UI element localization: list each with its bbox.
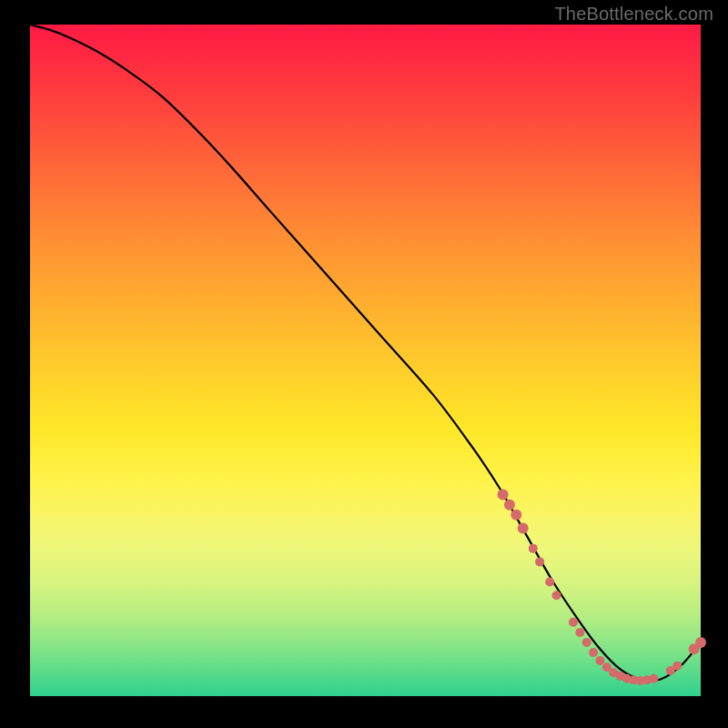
data-point — [545, 578, 554, 587]
data-point — [595, 656, 604, 665]
data-point — [589, 648, 598, 657]
data-point — [569, 618, 578, 627]
data-point — [575, 628, 584, 637]
chart-frame: TheBottleneck.com — [0, 0, 728, 728]
bottleneck-curve — [30, 25, 701, 681]
data-point — [498, 490, 509, 500]
data-point — [695, 637, 706, 648]
data-point — [672, 662, 682, 671]
data-point — [504, 500, 515, 511]
data-point — [649, 674, 658, 683]
data-point — [582, 638, 592, 647]
data-point — [552, 591, 561, 600]
data-point — [529, 544, 538, 553]
data-point — [511, 510, 521, 521]
data-point — [535, 557, 544, 566]
chart-svg — [0, 0, 728, 728]
data-point — [518, 523, 529, 534]
